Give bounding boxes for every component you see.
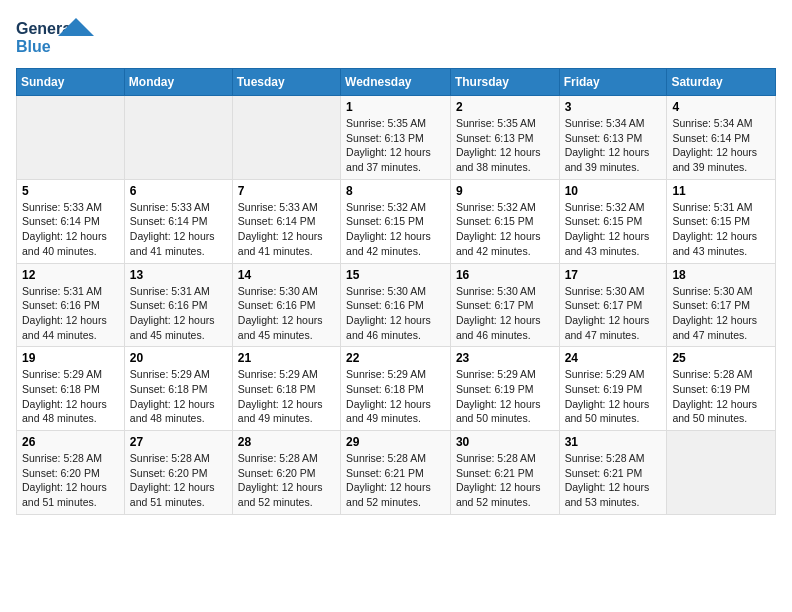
day-number: 16 [456, 268, 554, 282]
day-info: Sunrise: 5:31 AM Sunset: 6:15 PM Dayligh… [672, 200, 770, 259]
calendar-cell: 26Sunrise: 5:28 AM Sunset: 6:20 PM Dayli… [17, 431, 125, 515]
day-info: Sunrise: 5:35 AM Sunset: 6:13 PM Dayligh… [346, 116, 445, 175]
calendar-cell: 18Sunrise: 5:30 AM Sunset: 6:17 PM Dayli… [667, 263, 776, 347]
calendar-cell: 6Sunrise: 5:33 AM Sunset: 6:14 PM Daylig… [124, 179, 232, 263]
day-number: 22 [346, 351, 445, 365]
calendar-cell: 9Sunrise: 5:32 AM Sunset: 6:15 PM Daylig… [450, 179, 559, 263]
day-info: Sunrise: 5:31 AM Sunset: 6:16 PM Dayligh… [130, 284, 227, 343]
day-number: 11 [672, 184, 770, 198]
calendar-cell: 15Sunrise: 5:30 AM Sunset: 6:16 PM Dayli… [341, 263, 451, 347]
day-info: Sunrise: 5:31 AM Sunset: 6:16 PM Dayligh… [22, 284, 119, 343]
day-info: Sunrise: 5:28 AM Sunset: 6:20 PM Dayligh… [130, 451, 227, 510]
calendar-cell: 19Sunrise: 5:29 AM Sunset: 6:18 PM Dayli… [17, 347, 125, 431]
calendar-week-2: 5Sunrise: 5:33 AM Sunset: 6:14 PM Daylig… [17, 179, 776, 263]
calendar-header-row: SundayMondayTuesdayWednesdayThursdayFrid… [17, 69, 776, 96]
day-number: 15 [346, 268, 445, 282]
day-number: 30 [456, 435, 554, 449]
header-tuesday: Tuesday [232, 69, 340, 96]
calendar-cell: 30Sunrise: 5:28 AM Sunset: 6:21 PM Dayli… [450, 431, 559, 515]
calendar-cell: 27Sunrise: 5:28 AM Sunset: 6:20 PM Dayli… [124, 431, 232, 515]
calendar-cell: 14Sunrise: 5:30 AM Sunset: 6:16 PM Dayli… [232, 263, 340, 347]
calendar-cell [124, 96, 232, 180]
calendar-cell: 7Sunrise: 5:33 AM Sunset: 6:14 PM Daylig… [232, 179, 340, 263]
calendar-cell: 20Sunrise: 5:29 AM Sunset: 6:18 PM Dayli… [124, 347, 232, 431]
calendar-cell: 24Sunrise: 5:29 AM Sunset: 6:19 PM Dayli… [559, 347, 667, 431]
day-number: 26 [22, 435, 119, 449]
day-info: Sunrise: 5:30 AM Sunset: 6:17 PM Dayligh… [565, 284, 662, 343]
day-number: 6 [130, 184, 227, 198]
day-number: 27 [130, 435, 227, 449]
day-info: Sunrise: 5:33 AM Sunset: 6:14 PM Dayligh… [22, 200, 119, 259]
calendar-cell: 23Sunrise: 5:29 AM Sunset: 6:19 PM Dayli… [450, 347, 559, 431]
calendar-cell: 5Sunrise: 5:33 AM Sunset: 6:14 PM Daylig… [17, 179, 125, 263]
calendar-week-5: 26Sunrise: 5:28 AM Sunset: 6:20 PM Dayli… [17, 431, 776, 515]
header-thursday: Thursday [450, 69, 559, 96]
day-info: Sunrise: 5:33 AM Sunset: 6:14 PM Dayligh… [238, 200, 335, 259]
calendar-week-4: 19Sunrise: 5:29 AM Sunset: 6:18 PM Dayli… [17, 347, 776, 431]
logo-svg: GeneralBlue [16, 16, 96, 60]
day-number: 25 [672, 351, 770, 365]
calendar-week-1: 1Sunrise: 5:35 AM Sunset: 6:13 PM Daylig… [17, 96, 776, 180]
calendar-week-3: 12Sunrise: 5:31 AM Sunset: 6:16 PM Dayli… [17, 263, 776, 347]
day-number: 29 [346, 435, 445, 449]
header-monday: Monday [124, 69, 232, 96]
day-number: 2 [456, 100, 554, 114]
day-info: Sunrise: 5:33 AM Sunset: 6:14 PM Dayligh… [130, 200, 227, 259]
header-saturday: Saturday [667, 69, 776, 96]
calendar-cell: 22Sunrise: 5:29 AM Sunset: 6:18 PM Dayli… [341, 347, 451, 431]
day-number: 8 [346, 184, 445, 198]
calendar-cell: 11Sunrise: 5:31 AM Sunset: 6:15 PM Dayli… [667, 179, 776, 263]
day-number: 3 [565, 100, 662, 114]
day-number: 4 [672, 100, 770, 114]
day-info: Sunrise: 5:34 AM Sunset: 6:14 PM Dayligh… [672, 116, 770, 175]
day-info: Sunrise: 5:28 AM Sunset: 6:21 PM Dayligh… [346, 451, 445, 510]
day-number: 14 [238, 268, 335, 282]
day-info: Sunrise: 5:29 AM Sunset: 6:18 PM Dayligh… [238, 367, 335, 426]
day-info: Sunrise: 5:32 AM Sunset: 6:15 PM Dayligh… [456, 200, 554, 259]
day-info: Sunrise: 5:28 AM Sunset: 6:21 PM Dayligh… [456, 451, 554, 510]
svg-text:Blue: Blue [16, 38, 51, 55]
calendar-cell: 12Sunrise: 5:31 AM Sunset: 6:16 PM Dayli… [17, 263, 125, 347]
day-number: 21 [238, 351, 335, 365]
day-info: Sunrise: 5:28 AM Sunset: 6:20 PM Dayligh… [238, 451, 335, 510]
calendar-cell: 4Sunrise: 5:34 AM Sunset: 6:14 PM Daylig… [667, 96, 776, 180]
calendar-cell: 29Sunrise: 5:28 AM Sunset: 6:21 PM Dayli… [341, 431, 451, 515]
day-info: Sunrise: 5:28 AM Sunset: 6:19 PM Dayligh… [672, 367, 770, 426]
day-info: Sunrise: 5:30 AM Sunset: 6:17 PM Dayligh… [456, 284, 554, 343]
page-header: GeneralBlue [16, 16, 776, 60]
calendar-cell: 8Sunrise: 5:32 AM Sunset: 6:15 PM Daylig… [341, 179, 451, 263]
day-number: 19 [22, 351, 119, 365]
header-wednesday: Wednesday [341, 69, 451, 96]
logo: GeneralBlue [16, 16, 96, 60]
day-number: 31 [565, 435, 662, 449]
calendar-cell [17, 96, 125, 180]
calendar-cell: 13Sunrise: 5:31 AM Sunset: 6:16 PM Dayli… [124, 263, 232, 347]
calendar-cell: 1Sunrise: 5:35 AM Sunset: 6:13 PM Daylig… [341, 96, 451, 180]
calendar-cell: 3Sunrise: 5:34 AM Sunset: 6:13 PM Daylig… [559, 96, 667, 180]
calendar-cell: 28Sunrise: 5:28 AM Sunset: 6:20 PM Dayli… [232, 431, 340, 515]
calendar-cell: 10Sunrise: 5:32 AM Sunset: 6:15 PM Dayli… [559, 179, 667, 263]
calendar-cell: 21Sunrise: 5:29 AM Sunset: 6:18 PM Dayli… [232, 347, 340, 431]
day-number: 18 [672, 268, 770, 282]
day-info: Sunrise: 5:29 AM Sunset: 6:18 PM Dayligh… [346, 367, 445, 426]
day-info: Sunrise: 5:28 AM Sunset: 6:20 PM Dayligh… [22, 451, 119, 510]
day-info: Sunrise: 5:28 AM Sunset: 6:21 PM Dayligh… [565, 451, 662, 510]
day-info: Sunrise: 5:29 AM Sunset: 6:18 PM Dayligh… [22, 367, 119, 426]
day-info: Sunrise: 5:29 AM Sunset: 6:19 PM Dayligh… [456, 367, 554, 426]
day-info: Sunrise: 5:35 AM Sunset: 6:13 PM Dayligh… [456, 116, 554, 175]
day-info: Sunrise: 5:34 AM Sunset: 6:13 PM Dayligh… [565, 116, 662, 175]
calendar-cell: 16Sunrise: 5:30 AM Sunset: 6:17 PM Dayli… [450, 263, 559, 347]
day-info: Sunrise: 5:32 AM Sunset: 6:15 PM Dayligh… [565, 200, 662, 259]
day-info: Sunrise: 5:30 AM Sunset: 6:16 PM Dayligh… [346, 284, 445, 343]
calendar-cell [667, 431, 776, 515]
calendar-cell: 31Sunrise: 5:28 AM Sunset: 6:21 PM Dayli… [559, 431, 667, 515]
calendar-cell [232, 96, 340, 180]
day-info: Sunrise: 5:30 AM Sunset: 6:16 PM Dayligh… [238, 284, 335, 343]
header-sunday: Sunday [17, 69, 125, 96]
day-number: 1 [346, 100, 445, 114]
header-friday: Friday [559, 69, 667, 96]
day-number: 17 [565, 268, 662, 282]
day-number: 10 [565, 184, 662, 198]
day-info: Sunrise: 5:32 AM Sunset: 6:15 PM Dayligh… [346, 200, 445, 259]
day-info: Sunrise: 5:29 AM Sunset: 6:18 PM Dayligh… [130, 367, 227, 426]
